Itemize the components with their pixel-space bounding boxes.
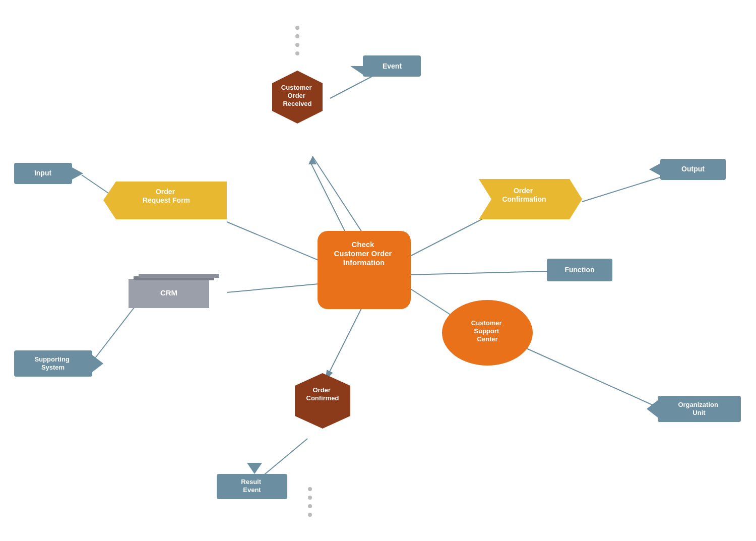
pointer-output-label <box>649 163 660 175</box>
line-output-to-confirmation <box>582 175 668 202</box>
line-center-to-confirmed <box>328 308 362 376</box>
event-label-node[interactable]: Event <box>350 55 421 77</box>
customer-order-received-node[interactable]: Customer Order Received <box>272 71 323 124</box>
dot-top-4 <box>295 51 299 55</box>
label-crm: CRM <box>160 288 177 297</box>
line-center-to-support <box>408 287 451 315</box>
label-input: Input <box>34 169 52 177</box>
center-process-node[interactable]: Check Customer Order Information <box>318 231 411 309</box>
label-event: Event <box>383 62 402 70</box>
dot-top-2 <box>295 34 299 38</box>
dot-bottom-4 <box>308 513 312 517</box>
line-event-to-received <box>330 75 375 98</box>
order-confirmation-node[interactable]: Order Confirmation <box>479 179 582 219</box>
input-label-node[interactable]: Input <box>14 163 83 184</box>
diagram: Customer Order Received Order Confirmati… <box>0 0 756 541</box>
dot-bottom-2 <box>308 496 312 500</box>
dot-top-3 <box>295 43 299 47</box>
line-result-to-confirmed <box>262 439 307 476</box>
dot-bottom-1 <box>308 487 312 491</box>
supporting-system-label-node[interactable]: Supporting System <box>14 350 103 377</box>
pointer-result-event-label <box>247 463 262 474</box>
customer-support-center-node[interactable]: Customer Support Center <box>442 300 533 366</box>
organization-unit-label-node[interactable]: Organization Unit <box>647 396 741 422</box>
crm-node[interactable]: CRM <box>129 274 219 308</box>
dot-top-1 <box>295 26 299 30</box>
line-center-to-order-received <box>312 156 362 232</box>
label-result-event: Result Event <box>241 478 263 494</box>
line-center-to-function <box>408 271 549 275</box>
result-event-label-node[interactable]: Result Event <box>217 463 287 499</box>
dot-bottom-3 <box>308 504 312 508</box>
label-output: Output <box>681 165 705 173</box>
order-confirmed-node[interactable]: Order Confirmed <box>295 373 350 429</box>
label-function: Function <box>564 266 594 274</box>
pointer-supporting-label <box>92 355 103 372</box>
order-request-form-node[interactable]: Order Request Form <box>103 182 227 219</box>
pointer-event-label <box>350 66 363 75</box>
line-supporting-to-crm <box>93 305 136 360</box>
line-org-to-support <box>514 343 660 408</box>
output-label-node[interactable]: Output <box>649 159 726 180</box>
rect-crm-top2 <box>139 274 219 278</box>
function-label-node[interactable]: Function <box>547 259 612 281</box>
pointer-input-label <box>72 167 83 179</box>
